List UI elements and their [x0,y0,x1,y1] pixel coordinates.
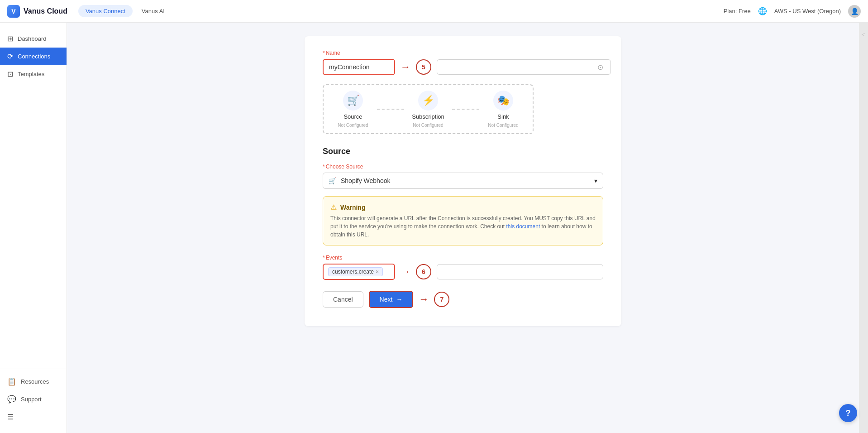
logo-text: Vanus Cloud [24,7,67,15]
action-row: Cancel Next → → 7 [323,291,603,308]
source-node-status: Not Configured [338,123,368,128]
right-panel-toggle[interactable]: ◁ [862,32,865,37]
source-select[interactable]: 🛒 Shopify Webhook ▾ [323,173,603,189]
name-input[interactable] [323,59,395,75]
source-icon: 🛒 [329,177,336,184]
logo-area: V Vanus Cloud [7,5,67,18]
sidebar-label-templates: Templates [18,71,44,77]
menu-icon: ☰ [7,413,14,421]
pipeline-node-subscription: ⚡ Subscription Not Configured [408,91,448,128]
connections-icon: ⟳ [7,52,13,61]
warning-text: This connector will generate a URL after… [330,214,596,239]
sink-node-status: Not Configured [488,123,518,128]
sidebar-item-connections[interactable]: ⟳ Connections [0,48,67,65]
subscription-node-icon: ⚡ [418,91,438,111]
events-input-area[interactable]: customers.create × [323,264,395,280]
source-section-title: Source [323,147,603,156]
sink-node-label: Sink [497,113,509,120]
sidebar-item-dashboard[interactable]: ⊞ Dashboard [0,30,67,48]
event-tag-value: customers.create [332,269,374,275]
event-tag-close-icon[interactable]: × [376,269,379,275]
badge-7: 7 [434,292,449,307]
tab-vanus-connect[interactable]: Vanus Connect [78,5,133,17]
name-clear-icon[interactable]: ⊙ [597,63,603,72]
subscription-node-label: Subscription [412,113,444,120]
templates-icon: ⊡ [7,70,13,78]
arrow-to-5: → [401,61,410,73]
name-field-label: *Name [323,50,603,56]
warning-icon: ⚠ [330,203,337,212]
tab-vanus-ai[interactable]: Vanus AI [134,5,172,17]
user-avatar[interactable]: 👤 [848,5,861,18]
warning-header: ⚠ Warning [330,203,596,212]
warning-link[interactable]: this document [506,223,540,230]
chevron-down-icon: ▾ [594,177,597,184]
events-full-input[interactable] [437,264,603,279]
support-icon: 💬 [7,395,16,404]
event-tag: customers.create × [328,267,383,276]
subscription-node-status: Not Configured [413,123,443,128]
arrow-to-6: → [401,266,410,278]
sidebar-label-dashboard: Dashboard [18,35,47,42]
next-button[interactable]: Next → [369,291,414,308]
sidebar-label-resources: Resources [21,378,49,385]
cancel-button[interactable]: Cancel [323,291,363,308]
right-panel: ◁ [859,23,868,433]
next-label: Next [380,296,393,303]
arrow-to-7: → [419,293,429,305]
sidebar-bottom: 📋 Resources 💬 Support ☰ [0,365,67,426]
logo-icon: V [7,5,20,18]
connector-2 [448,109,483,110]
sidebar-item-support[interactable]: 💬 Support [0,390,67,408]
pipeline-node-sink: 🎭 Sink Not Configured [483,91,524,128]
nav-tabs: Vanus Connect Vanus AI [78,5,172,17]
dashboard-icon: ⊞ [7,34,13,43]
source-node-icon: 🛒 [343,91,363,111]
sidebar-divider [0,369,67,369]
events-row: customers.create × → 6 [323,264,603,280]
sidebar-item-templates[interactable]: ⊡ Templates [0,65,67,83]
plan-label: Plan: Free [724,8,751,14]
badge-6: 6 [416,264,431,279]
app-layout: ⊞ Dashboard ⟳ Connections ⊡ Templates 📋 … [0,23,868,433]
top-nav: V Vanus Cloud Vanus Connect Vanus AI Pla… [0,0,868,23]
sidebar-label-connections: Connections [18,53,50,60]
choose-source-label: *Choose Source [323,164,603,170]
sidebar-item-menu[interactable]: ☰ [0,408,67,426]
next-arrow-icon: → [396,296,402,303]
globe-icon: 🌐 [758,7,767,15]
pipeline-diagram: 🛒 Source Not Configured ⚡ Subscription N… [323,84,534,134]
sidebar: ⊞ Dashboard ⟳ Connections ⊡ Templates 📋 … [0,23,67,433]
warning-title: Warning [340,204,365,211]
source-node-label: Source [343,113,362,120]
pipeline-node-source: 🛒 Source Not Configured [333,91,373,128]
help-button[interactable]: ? [839,404,857,422]
source-value: Shopify Webhook [341,177,390,184]
main-content: *Name → 5 ⊙ 🛒 Source Not Configured [67,23,859,433]
sidebar-item-resources[interactable]: 📋 Resources [0,373,67,390]
name-full-input[interactable] [437,59,611,75]
resources-icon: 📋 [7,377,16,386]
name-row: → 5 ⊙ [323,59,603,75]
connector-1 [373,109,408,110]
region-label: AWS - US West (Oregon) [774,8,841,14]
badge-5: 5 [416,59,431,75]
sidebar-label-support: Support [21,396,42,403]
source-select-inner: 🛒 Shopify Webhook [329,177,390,184]
warning-box: ⚠ Warning This connector will generate a… [323,196,603,245]
form-card: *Name → 5 ⊙ 🛒 Source Not Configured [305,36,621,326]
nav-right: Plan: Free 🌐 AWS - US West (Oregon) 👤 [724,5,861,18]
events-label: *Events [323,255,603,261]
sink-node-icon: 🎭 [493,91,513,111]
